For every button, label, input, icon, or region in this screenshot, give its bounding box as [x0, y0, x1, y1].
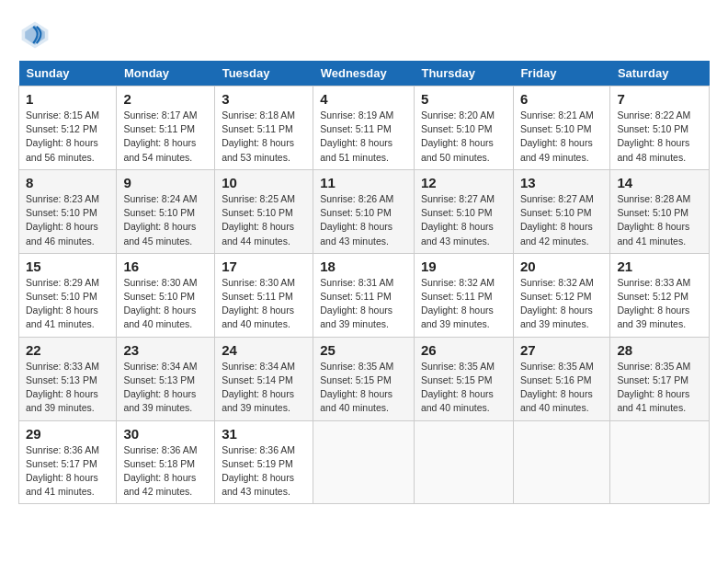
calendar-cell: 26Sunrise: 8:35 AMSunset: 5:15 PMDayligh… [414, 337, 513, 420]
day-info: Sunrise: 8:24 AMSunset: 5:10 PMDaylight:… [123, 192, 208, 248]
day-info: Sunrise: 8:35 AMSunset: 5:15 PMDaylight:… [320, 360, 407, 416]
calendar-cell: 19Sunrise: 8:32 AMSunset: 5:11 PMDayligh… [414, 253, 513, 337]
day-number: 13 [520, 175, 604, 190]
col-header-wednesday: Wednesday [313, 61, 415, 86]
day-number: 2 [123, 91, 208, 107]
calendar-cell: 10Sunrise: 8:25 AMSunset: 5:10 PMDayligh… [215, 169, 313, 253]
day-info: Sunrise: 8:25 AMSunset: 5:10 PMDaylight:… [222, 192, 306, 248]
day-number: 23 [123, 342, 208, 358]
calendar-cell: 12Sunrise: 8:27 AMSunset: 5:10 PMDayligh… [414, 169, 513, 253]
day-info: Sunrise: 8:19 AMSunset: 5:11 PMDaylight:… [320, 109, 407, 165]
day-number: 22 [26, 342, 109, 358]
col-header-friday: Friday [513, 61, 610, 86]
calendar-cell: 1Sunrise: 8:15 AMSunset: 5:12 PMDaylight… [19, 86, 117, 170]
day-number: 24 [222, 342, 306, 358]
day-info: Sunrise: 8:28 AMSunset: 5:10 PMDaylight:… [617, 192, 702, 248]
week-row-1: 1Sunrise: 8:15 AMSunset: 5:12 PMDaylight… [19, 86, 710, 170]
day-info: Sunrise: 8:33 AMSunset: 5:13 PMDaylight:… [26, 360, 109, 416]
calendar-cell: 8Sunrise: 8:23 AMSunset: 5:10 PMDaylight… [19, 169, 117, 253]
day-info: Sunrise: 8:27 AMSunset: 5:10 PMDaylight:… [520, 192, 604, 248]
calendar-cell: 13Sunrise: 8:27 AMSunset: 5:10 PMDayligh… [513, 169, 610, 253]
col-header-sunday: Sunday [19, 61, 117, 86]
day-info: Sunrise: 8:23 AMSunset: 5:10 PMDaylight:… [26, 192, 109, 248]
day-info: Sunrise: 8:36 AMSunset: 5:17 PMDaylight:… [26, 443, 109, 500]
day-info: Sunrise: 8:35 AMSunset: 5:15 PMDaylight:… [421, 360, 506, 416]
day-info: Sunrise: 8:36 AMSunset: 5:18 PMDaylight:… [123, 443, 208, 500]
day-info: Sunrise: 8:31 AMSunset: 5:11 PMDaylight:… [320, 276, 407, 332]
calendar-cell: 6Sunrise: 8:21 AMSunset: 5:10 PMDaylight… [513, 86, 610, 170]
day-info: Sunrise: 8:35 AMSunset: 5:16 PMDaylight:… [520, 360, 604, 416]
day-number: 6 [520, 91, 604, 107]
calendar-cell: 28Sunrise: 8:35 AMSunset: 5:17 PMDayligh… [610, 337, 710, 420]
day-number: 12 [421, 175, 506, 190]
day-number: 8 [26, 175, 109, 190]
calendar-cell: 3Sunrise: 8:18 AMSunset: 5:11 PMDaylight… [215, 86, 313, 170]
week-row-2: 8Sunrise: 8:23 AMSunset: 5:10 PMDaylight… [19, 169, 710, 253]
day-number: 17 [222, 259, 306, 274]
calendar-cell: 22Sunrise: 8:33 AMSunset: 5:13 PMDayligh… [19, 337, 117, 420]
calendar-cell [610, 420, 710, 504]
calendar-cell: 5Sunrise: 8:20 AMSunset: 5:10 PMDaylight… [414, 86, 513, 170]
day-info: Sunrise: 8:32 AMSunset: 5:11 PMDaylight:… [421, 276, 506, 332]
day-info: Sunrise: 8:15 AMSunset: 5:12 PMDaylight:… [26, 109, 109, 165]
calendar-cell: 30Sunrise: 8:36 AMSunset: 5:18 PMDayligh… [117, 420, 215, 504]
calendar-cell: 11Sunrise: 8:26 AMSunset: 5:10 PMDayligh… [313, 169, 415, 253]
week-row-3: 15Sunrise: 8:29 AMSunset: 5:10 PMDayligh… [19, 253, 710, 337]
day-info: Sunrise: 8:33 AMSunset: 5:12 PMDaylight:… [617, 276, 702, 332]
calendar-cell: 20Sunrise: 8:32 AMSunset: 5:12 PMDayligh… [513, 253, 610, 337]
day-info: Sunrise: 8:26 AMSunset: 5:10 PMDaylight:… [320, 192, 407, 248]
calendar-cell: 23Sunrise: 8:34 AMSunset: 5:13 PMDayligh… [117, 337, 215, 420]
day-info: Sunrise: 8:20 AMSunset: 5:10 PMDaylight:… [421, 109, 506, 165]
page-header [18, 18, 710, 52]
calendar-cell: 21Sunrise: 8:33 AMSunset: 5:12 PMDayligh… [610, 253, 710, 337]
day-number: 30 [123, 426, 208, 442]
day-number: 11 [320, 175, 407, 190]
calendar-cell: 16Sunrise: 8:30 AMSunset: 5:10 PMDayligh… [117, 253, 215, 337]
day-info: Sunrise: 8:30 AMSunset: 5:10 PMDaylight:… [123, 276, 208, 332]
calendar-cell: 27Sunrise: 8:35 AMSunset: 5:16 PMDayligh… [513, 337, 610, 420]
calendar-cell [513, 420, 610, 504]
calendar-cell: 29Sunrise: 8:36 AMSunset: 5:17 PMDayligh… [19, 420, 117, 504]
logo [18, 18, 57, 52]
calendar-cell: 17Sunrise: 8:30 AMSunset: 5:11 PMDayligh… [215, 253, 313, 337]
day-info: Sunrise: 8:32 AMSunset: 5:12 PMDaylight:… [520, 276, 604, 332]
calendar-cell: 25Sunrise: 8:35 AMSunset: 5:15 PMDayligh… [313, 337, 415, 420]
day-info: Sunrise: 8:34 AMSunset: 5:14 PMDaylight:… [222, 360, 306, 416]
day-number: 1 [26, 91, 109, 107]
calendar-cell: 7Sunrise: 8:22 AMSunset: 5:10 PMDaylight… [610, 86, 710, 170]
day-info: Sunrise: 8:22 AMSunset: 5:10 PMDaylight:… [617, 109, 702, 165]
col-header-thursday: Thursday [414, 61, 513, 86]
day-number: 31 [222, 426, 306, 442]
day-info: Sunrise: 8:29 AMSunset: 5:10 PMDaylight:… [26, 276, 109, 332]
day-number: 26 [421, 342, 506, 358]
day-number: 15 [26, 259, 109, 274]
calendar-cell: 9Sunrise: 8:24 AMSunset: 5:10 PMDaylight… [117, 169, 215, 253]
col-header-saturday: Saturday [610, 61, 710, 86]
day-info: Sunrise: 8:36 AMSunset: 5:19 PMDaylight:… [222, 443, 306, 500]
day-number: 3 [222, 91, 306, 107]
day-number: 9 [123, 175, 208, 190]
calendar-cell: 24Sunrise: 8:34 AMSunset: 5:14 PMDayligh… [215, 337, 313, 420]
day-number: 27 [520, 342, 604, 358]
column-headers: SundayMondayTuesdayWednesdayThursdayFrid… [19, 61, 710, 86]
calendar-cell [313, 420, 415, 504]
day-info: Sunrise: 8:35 AMSunset: 5:17 PMDaylight:… [617, 360, 702, 416]
calendar-cell: 31Sunrise: 8:36 AMSunset: 5:19 PMDayligh… [215, 420, 313, 504]
day-number: 16 [123, 259, 208, 274]
day-number: 7 [617, 91, 702, 107]
calendar-cell: 15Sunrise: 8:29 AMSunset: 5:10 PMDayligh… [19, 253, 117, 337]
calendar-table: SundayMondayTuesdayWednesdayThursdayFrid… [18, 61, 710, 504]
col-header-monday: Monday [117, 61, 215, 86]
day-number: 20 [520, 259, 604, 274]
day-number: 14 [617, 175, 702, 190]
day-info: Sunrise: 8:34 AMSunset: 5:13 PMDaylight:… [123, 360, 208, 416]
day-number: 4 [320, 91, 407, 107]
calendar-cell: 14Sunrise: 8:28 AMSunset: 5:10 PMDayligh… [610, 169, 710, 253]
calendar-body: 1Sunrise: 8:15 AMSunset: 5:12 PMDaylight… [19, 86, 710, 504]
day-number: 5 [421, 91, 506, 107]
calendar-cell: 18Sunrise: 8:31 AMSunset: 5:11 PMDayligh… [313, 253, 415, 337]
calendar-cell [414, 420, 513, 504]
col-header-tuesday: Tuesday [215, 61, 313, 86]
day-info: Sunrise: 8:18 AMSunset: 5:11 PMDaylight:… [222, 109, 306, 165]
day-info: Sunrise: 8:21 AMSunset: 5:10 PMDaylight:… [520, 109, 604, 165]
